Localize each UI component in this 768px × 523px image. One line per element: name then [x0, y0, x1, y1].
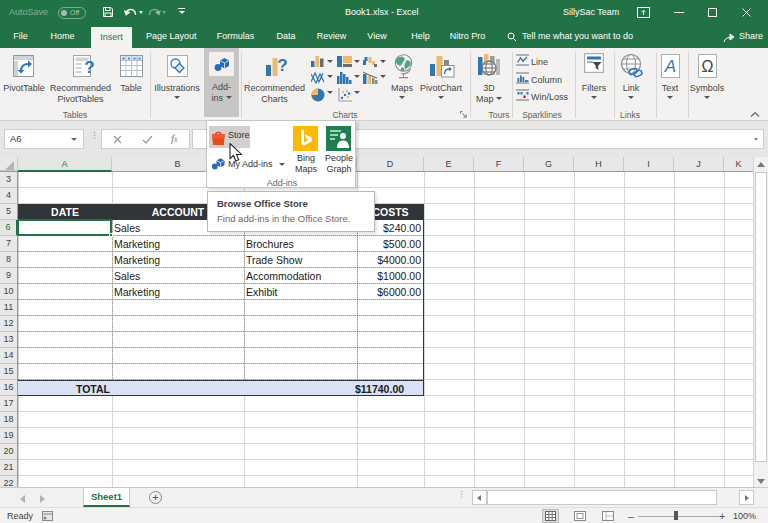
svg-text:A: A [664, 57, 676, 76]
svg-text:?: ? [277, 56, 287, 75]
svg-text:?: ? [84, 58, 94, 77]
svg-text:Ω: Ω [702, 58, 714, 75]
